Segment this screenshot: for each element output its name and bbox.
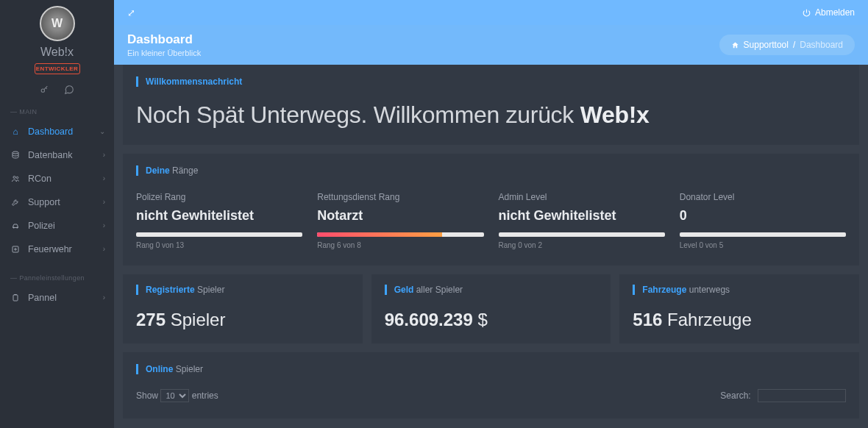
stat-title-rest: aller Spieler xyxy=(416,285,463,295)
stat-title-hl: Fahrzeuge xyxy=(642,285,686,295)
clipboard-icon xyxy=(10,293,21,303)
rank-label: Admin Level xyxy=(499,192,665,202)
breadcrumb-root[interactable]: Supporttool xyxy=(744,40,789,50)
topbar: ⤢ Abmelden xyxy=(114,0,868,25)
stat-title-hl: Registrierte xyxy=(146,285,195,295)
search-input[interactable] xyxy=(758,389,846,402)
key-icon[interactable] xyxy=(40,83,49,95)
welcome-text: Noch Spät Unterwegs. Willkommen zurück W… xyxy=(136,101,846,129)
rank-progress xyxy=(136,232,302,237)
ranks-head-hl: Deine xyxy=(146,165,170,176)
avatar[interactable]: W xyxy=(40,6,75,41)
chevron-right-icon: › xyxy=(103,151,105,159)
svg-point-3 xyxy=(16,177,18,179)
ranks-head-rest: Ränge xyxy=(172,165,198,176)
main: ⤢ Abmelden Dashboard Ein kleiner Überbli… xyxy=(114,0,868,428)
stat-card: Geld aller Spieler96.609.239 $ xyxy=(371,274,611,343)
plus-box-icon xyxy=(10,244,21,254)
rank-card: Admin Levelnicht GewhitelistetRang 0 von… xyxy=(499,192,665,249)
online-panel: Online Spieler Show 10 entries Search: xyxy=(123,352,859,418)
chevron-right-icon: › xyxy=(103,293,105,302)
nav-item-support[interactable]: Support › xyxy=(0,190,114,214)
chevron-right-icon: › xyxy=(103,245,105,253)
breadcrumb: Supporttool / Dashboard xyxy=(719,35,855,55)
nav-item-rcon[interactable]: RCon › xyxy=(0,167,114,190)
rank-progress xyxy=(317,232,483,237)
rank-label: Rettungsdienst Rang xyxy=(317,192,483,202)
chevron-right-icon: › xyxy=(103,198,105,206)
nav-item-dashboard[interactable]: ⌂Dashboard ⌄ xyxy=(0,120,114,143)
page-subtitle: Ein kleiner Überblick xyxy=(127,49,201,57)
nav-label: Dashboard xyxy=(28,126,73,137)
stat-value: 96.609.239 $ xyxy=(385,310,598,330)
rank-meta: Rang 0 von 13 xyxy=(136,241,302,249)
rank-card: Polizei Rangnicht GewhitelistetRang 0 vo… xyxy=(136,192,302,249)
svg-point-2 xyxy=(13,176,15,179)
nav-section-panel: — Panneleinstellungen xyxy=(0,261,114,286)
ranks-panel: Deine Ränge Polizei Rangnicht Gewhitelis… xyxy=(123,154,859,265)
chevron-down-icon: ⌄ xyxy=(99,127,105,135)
home-icon xyxy=(731,41,739,49)
entries-selector: Show 10 entries xyxy=(136,389,218,402)
rank-meta: Rang 6 von 8 xyxy=(317,241,483,249)
database-icon xyxy=(10,150,21,160)
power-icon xyxy=(802,8,811,18)
nav-label: RCon xyxy=(28,174,51,184)
sidebar: W Web!x ENTWICKLER — MAIN ⌂Dashboard ⌄ D… xyxy=(0,0,114,428)
profile-role-tag: ENTWICKLER xyxy=(35,63,80,74)
stat-card: Registrierte Spieler275 Spieler xyxy=(123,274,363,343)
profile-name: Web!x xyxy=(0,46,114,59)
online-head-hl: Online xyxy=(146,364,173,374)
page-size-select[interactable]: 10 xyxy=(160,389,189,402)
stat-card: Fahrzeuge unterwegs516 Fahrzeuge xyxy=(619,274,859,343)
content-scroll[interactable]: Willkommensnachricht Noch Spät Unterwegs… xyxy=(114,65,868,428)
rank-progress xyxy=(499,232,665,237)
nav-item-pannel[interactable]: Pannel › xyxy=(0,286,114,310)
welcome-head: Willkommensnachricht xyxy=(146,76,242,87)
welcome-panel: Willkommensnachricht Noch Spät Unterwegs… xyxy=(123,65,859,145)
rank-value: Notarzt xyxy=(317,208,483,224)
home-icon: ⌂ xyxy=(10,126,21,137)
rank-label: Polizei Rang xyxy=(136,192,302,202)
nav-section-main: — MAIN xyxy=(0,95,114,120)
rank-value: 0 xyxy=(680,208,846,224)
logout-button[interactable]: Abmelden xyxy=(802,7,855,18)
svg-point-0 xyxy=(41,89,44,92)
car-icon xyxy=(10,221,21,231)
nav-label: Support xyxy=(28,197,60,207)
rank-meta: Rang 0 von 2 xyxy=(499,241,665,249)
stat-title-rest: unterwegs xyxy=(689,285,730,295)
page-title: Dashboard xyxy=(127,32,201,47)
nav-label: Feuerwehr xyxy=(28,244,72,254)
rank-value: nicht Gewhitelistet xyxy=(136,208,302,224)
rank-card: Donator Level0Level 0 von 5 xyxy=(680,192,846,249)
rank-card: Rettungsdienst RangNotarztRang 6 von 8 xyxy=(317,192,483,249)
chat-icon[interactable] xyxy=(64,83,74,95)
nav-label: Datenbank xyxy=(28,150,72,160)
search-box: Search: xyxy=(720,389,846,402)
breadcrumb-current: Dashboard xyxy=(800,40,843,50)
stat-value: 516 Fahrzeuge xyxy=(633,310,846,330)
nav-item-feuerwehr[interactable]: Feuerwehr › xyxy=(0,238,114,261)
online-head-rest: Spieler xyxy=(176,364,203,374)
svg-point-1 xyxy=(13,151,18,154)
people-icon xyxy=(10,174,21,184)
chevron-right-icon: › xyxy=(103,174,105,182)
wrench-icon xyxy=(10,197,21,207)
logout-label: Abmelden xyxy=(815,7,855,18)
nav-label: Pannel xyxy=(28,293,57,303)
rank-progress xyxy=(680,232,846,237)
svg-rect-7 xyxy=(13,295,18,301)
breadcrumb-sep: / xyxy=(793,40,795,50)
stat-title-hl: Geld xyxy=(394,285,414,295)
page-header: Dashboard Ein kleiner Überblick Supportt… xyxy=(114,25,868,65)
nav-item-polizei[interactable]: Polizei › xyxy=(0,214,114,238)
chevron-right-icon: › xyxy=(103,221,105,229)
rank-value: nicht Gewhitelistet xyxy=(499,208,665,224)
stat-value: 275 Spieler xyxy=(136,310,349,330)
stat-title-rest: Spieler xyxy=(197,285,224,295)
rank-label: Donator Level xyxy=(680,192,846,202)
expand-icon[interactable]: ⤢ xyxy=(127,7,135,18)
nav-item-datenbank[interactable]: Datenbank › xyxy=(0,143,114,167)
rank-meta: Level 0 von 5 xyxy=(680,241,846,249)
